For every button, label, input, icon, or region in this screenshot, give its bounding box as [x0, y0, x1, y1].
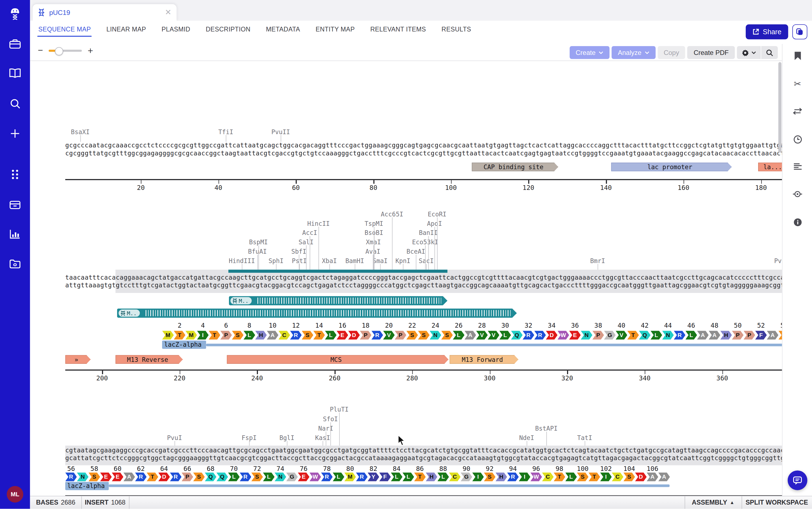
vertical-scrollbar[interactable]	[778, 62, 781, 152]
aa-residue[interactable]: S	[232, 331, 243, 340]
aa-residue[interactable]: S	[406, 331, 418, 340]
enzyme-label-SphI[interactable]: SphI	[268, 257, 283, 265]
info-icon[interactable]	[790, 214, 805, 230]
bar-chart-icon[interactable]	[0, 225, 30, 243]
sequence-bottom-strand[interactable]: attgttaaagtgtgtcctttgtcgatactggtactaatgc…	[65, 281, 782, 289]
aa-residue[interactable]: L	[243, 331, 255, 340]
create-button[interactable]: Create	[570, 46, 610, 59]
split-workspace-button[interactable]: SPLIT WORKSPACE	[742, 496, 812, 509]
aa-residue[interactable]: L	[333, 473, 345, 481]
aa-residue[interactable]: V	[383, 331, 395, 340]
enzyme-label-SbfI[interactable]: SbfI	[291, 248, 306, 255]
aa-residue[interactable]: M	[345, 473, 356, 481]
aa-residue[interactable]: S	[418, 331, 429, 340]
aa-residue[interactable]: E	[569, 331, 581, 340]
enzyme-label-HindIII[interactable]: HindIII	[229, 257, 255, 265]
nav-tab-linear-map[interactable]: LINEAR MAP	[105, 21, 147, 39]
document-tab[interactable]: pUC19 ✕	[33, 4, 176, 21]
aa-residue[interactable]: Q	[511, 331, 523, 340]
aa-residue[interactable]: V	[616, 331, 627, 340]
annotation-m13-reverse[interactable]: M13 Reverse	[116, 355, 183, 364]
aa-residue[interactable]: T	[589, 473, 600, 481]
aa-residue[interactable]: S	[484, 473, 495, 481]
aa-residue[interactable]: S	[779, 331, 782, 340]
aa-residue[interactable]: H	[255, 331, 267, 340]
aa-residue[interactable]: N	[274, 473, 286, 481]
lacz-alpha-label[interactable]: lacZ-alpha	[65, 482, 109, 490]
aa-residue[interactable]: R	[321, 473, 332, 481]
aa-residue[interactable]: M	[185, 331, 197, 340]
enzyme-label-XbaI[interactable]: XbaI	[322, 257, 337, 265]
aa-residue[interactable]: H	[720, 331, 732, 340]
find-in-sequence-button[interactable]	[761, 46, 778, 59]
assembly-button[interactable]: ASSEMBLY▲	[685, 496, 742, 509]
sequence-top-strand[interactable]: taacaatttcacacaggaaacagctatgaccatgattacg…	[65, 274, 782, 281]
nav-tab-relevant-items[interactable]: RELEVANT ITEMS	[369, 21, 427, 39]
aa-residue[interactable]: N	[662, 331, 674, 340]
enzyme-label-SmaI[interactable]: SmaI	[372, 257, 388, 265]
aa-residue[interactable]: W	[558, 331, 569, 340]
aa-residue[interactable]: H	[495, 473, 507, 481]
aa-residue[interactable]: L	[685, 331, 697, 340]
aa-residue[interactable]: A	[124, 473, 135, 481]
enzyme-label-BamHI[interactable]: BamHI	[346, 257, 364, 265]
enzyme-label-BglI[interactable]: BglI	[280, 434, 294, 441]
aa-residue[interactable]: A	[658, 473, 670, 481]
aa-residue[interactable]: T	[174, 331, 185, 340]
sequence-top-strand[interactable]: gcgcccaatacgcaaaccgcctctccccgcgcgttggccg…	[65, 142, 782, 149]
chat-bubble-button[interactable]	[788, 470, 807, 490]
search-icon[interactable]	[0, 95, 30, 112]
enzyme-label-PvuII[interactable]: PvuII	[774, 257, 782, 265]
enzyme-label-BstAPI[interactable]: BstAPI	[535, 425, 557, 432]
aa-residue[interactable]: S	[88, 473, 100, 481]
aa-residue[interactable]: R	[240, 473, 251, 481]
aa-residue[interactable]: E	[100, 473, 112, 481]
aa-residue[interactable]: C	[612, 473, 623, 481]
history-clock-icon[interactable]	[790, 131, 805, 147]
aa-residue[interactable]: Q	[639, 331, 650, 340]
enzyme-label-PvuII[interactable]: PvuII	[271, 128, 290, 136]
aa-residue[interactable]: D	[546, 331, 557, 340]
aa-residue[interactable]: G	[604, 331, 616, 340]
aa-residue[interactable]: L	[499, 331, 511, 340]
aa-residue[interactable]: A	[464, 331, 476, 340]
aa-residue[interactable]: Q	[205, 473, 216, 481]
aa-residue[interactable]: S	[577, 473, 589, 481]
aa-residue[interactable]: I	[197, 331, 208, 340]
enzyme-label-NdeI[interactable]: NdeI	[519, 434, 534, 441]
aa-residue[interactable]: W	[530, 473, 542, 481]
aa-residue[interactable]: R	[290, 331, 302, 340]
aa-residue[interactable]: L	[437, 473, 449, 481]
aa-residue[interactable]: Q	[217, 473, 228, 481]
aa-residue[interactable]: L	[650, 331, 662, 340]
aa-residue[interactable]: E	[112, 473, 124, 481]
aa-residue[interactable]: P	[220, 331, 232, 340]
enzyme-label-KasI[interactable]: KasI	[315, 434, 330, 441]
sequence-top-strand[interactable]: cgtaatagcgaagaggcccgcaccgatcgcccttcccaac…	[65, 447, 782, 454]
enzyme-label-AccI[interactable]: AccI	[302, 229, 317, 237]
aa-residue[interactable]: P	[360, 331, 371, 340]
aa-residue[interactable]: R	[507, 473, 519, 481]
target-icon[interactable]	[790, 186, 805, 202]
aa-residue[interactable]: S	[193, 473, 205, 481]
sequence-bottom-strand[interactable]: gcattatcgcttctccgggcgtggctagcgggaagggttg…	[65, 454, 782, 462]
align-lines-icon[interactable]	[790, 159, 805, 174]
enzyme-label-TspMI[interactable]: TspMI	[364, 220, 383, 227]
aa-residue[interactable]: L	[565, 473, 577, 481]
aa-residue[interactable]: T	[554, 473, 565, 481]
aa-residue[interactable]: L	[453, 331, 464, 340]
aa-residue[interactable]: A	[647, 473, 658, 481]
aa-residue[interactable]: P	[592, 331, 604, 340]
aa-residue[interactable]: L	[325, 331, 337, 340]
annotation--[interactable]: »	[65, 355, 91, 364]
nav-tab-sequence-map[interactable]: SEQUENCE MAP	[37, 21, 92, 39]
enzyme-label-BfuAI[interactable]: BfuAI	[248, 248, 267, 255]
aa-residue[interactable]: C	[279, 331, 290, 340]
aa-residue[interactable]: F	[755, 331, 767, 340]
aa-residue[interactable]: P	[744, 331, 755, 340]
aa-residue[interactable]: R	[170, 473, 182, 481]
aa-residue[interactable]: R	[674, 331, 685, 340]
bookmark-icon[interactable]	[790, 48, 805, 64]
aa-residue[interactable]: R	[371, 331, 383, 340]
user-avatar[interactable]: ML	[7, 486, 23, 503]
